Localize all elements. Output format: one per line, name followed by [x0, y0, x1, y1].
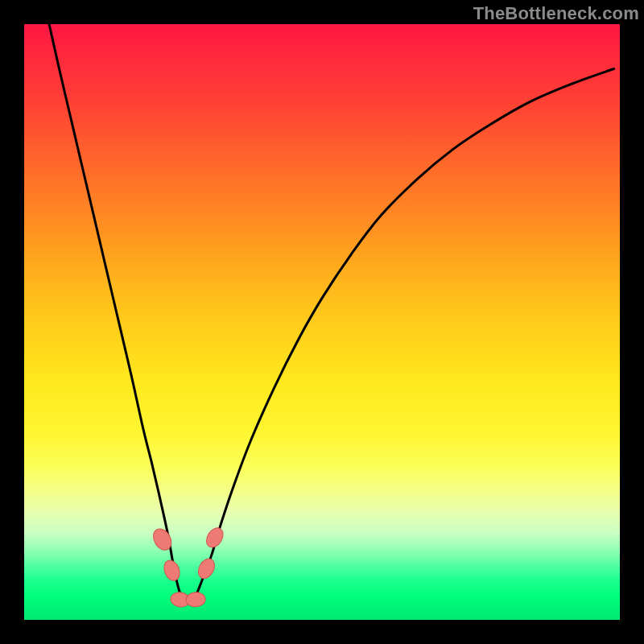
marker-right-lower	[195, 556, 217, 581]
bottleneck-curve	[49, 24, 614, 603]
marker-bottom-right	[186, 592, 206, 608]
watermark-text: TheBottleneck.com	[473, 3, 639, 24]
chart-frame: TheBottleneck.com	[0, 0, 644, 644]
plot-area	[24, 24, 620, 620]
marker-right-upper	[203, 525, 226, 551]
marker-left-lower	[161, 558, 182, 583]
curve-layer	[24, 24, 620, 620]
